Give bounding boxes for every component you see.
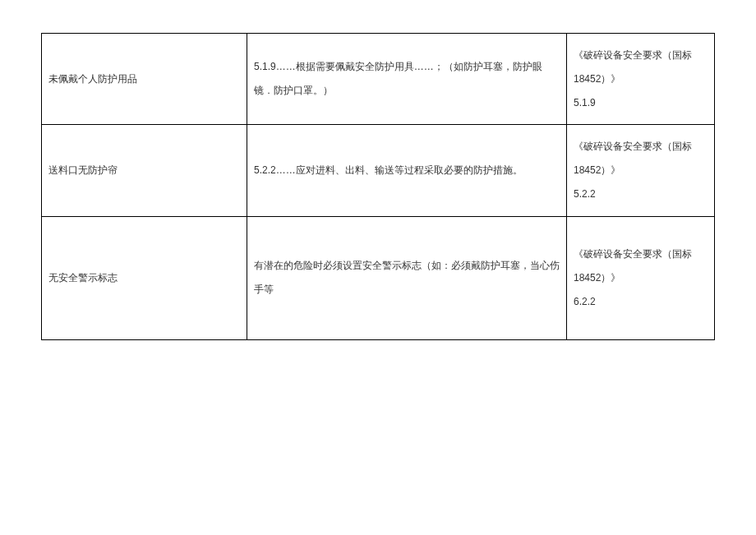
table-row: 无安全警示标志 有潜在的危险时必须设置安全警示标志（如：必须戴防护耳塞，当心伤手… (42, 216, 715, 339)
reference-cell: 《破碎设备安全要求（国标18452）》 5.2.2 (567, 125, 715, 216)
reference-title: 《破碎设备安全要求（国标18452）》 (574, 248, 692, 284)
requirement-cell: 有潜在的危险时必须设置安全警示标志（如：必须戴防护耳塞，当心伤手等 (247, 216, 567, 339)
requirement-cell: 5.2.2……应对进料、出料、输送等过程采取必要的防护措施。 (247, 125, 567, 216)
reference-title: 《破碎设备安全要求（国标18452）》 (574, 141, 692, 176)
issue-cell: 送料口无防护帘 (42, 125, 247, 216)
issue-cell: 无安全警示标志 (42, 216, 247, 339)
issue-cell: 未佩戴个人防护用品 (42, 34, 247, 125)
table-row: 送料口无防护帘 5.2.2……应对进料、出料、输送等过程采取必要的防护措施。 《… (42, 125, 715, 216)
safety-requirements-table: 未佩戴个人防护用品 5.1.9……根据需要佩戴安全防护用具……；（如防护耳塞，防… (41, 33, 715, 340)
reference-clause: 5.2.2 (574, 188, 596, 200)
reference-cell: 《破碎设备安全要求（国标18452）》 6.2.2 (567, 216, 715, 339)
reference-title: 《破碎设备安全要求（国标18452）》 (574, 49, 692, 85)
table-row: 未佩戴个人防护用品 5.1.9……根据需要佩戴安全防护用具……；（如防护耳塞，防… (42, 34, 715, 125)
requirement-cell: 5.1.9……根据需要佩戴安全防护用具……；（如防护耳塞，防护眼镜．防护口罩。） (247, 34, 567, 125)
reference-clause: 6.2.2 (574, 296, 596, 307)
reference-clause: 5.1.9 (574, 97, 596, 108)
reference-cell: 《破碎设备安全要求（国标18452）》 5.1.9 (567, 34, 715, 125)
